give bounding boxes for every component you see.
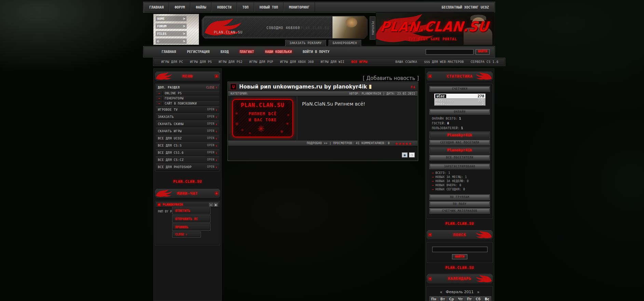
banner-pic-label: PLAN.CLAN.SU [301, 26, 329, 30]
nav2-plagiat[interactable]: ПЛАГИАТ [234, 50, 259, 54]
top-tab-monitoring[interactable]: МОНИТОРИНГ [284, 2, 315, 12]
nav2-login[interactable]: ВХОД [215, 50, 234, 54]
sidebar-search-button[interactable]: НАЙТИ [452, 254, 467, 259]
menu-item-download-games[interactable]: СКАЧАТЬ ИГРЫ OPEN ↓ [156, 127, 219, 135]
photo-menu-home[interactable]: HOME > [155, 16, 187, 22]
advert-vertical-label: РЕКЛАМА [371, 21, 374, 35]
calendar-widget-header: КАЛЕНДАРЬ [426, 274, 493, 284]
menu-item-css[interactable]: ВСЕ ДЛЯ CS:S OPEN ↓ [156, 142, 219, 149]
by-gender-button[interactable]: ПО ПОЛУ [430, 202, 490, 206]
photo-menu-copyright[interactable]: © > [155, 38, 187, 44]
chat-menu-profile[interactable]: ПРОФИЛЬ [173, 224, 210, 230]
leaf-icon: ✳ [235, 110, 238, 116]
chat-menu-reply[interactable]: ОТВЕТИТЬ [173, 207, 210, 214]
chevron-right-icon: > [183, 16, 185, 21]
post-text: PlaN.ClaN.Su Рипнем всё! [297, 96, 417, 140]
cat-games-psp[interactable]: ИГРЫ ДЛЯ PSP [246, 60, 277, 64]
top-tab-files[interactable]: ФАЙЛЫ [190, 2, 211, 12]
post-image[interactable]: PLAN.CLAN.SU РИПНЕМ ВСЁ И ВАС ТОЖЕ ✳ ✳ ✳… [232, 99, 293, 137]
pages-icon[interactable]: ❐ [409, 152, 415, 158]
nav2-register[interactable]: РЕГИСТРАЦИЯ [181, 50, 215, 54]
menu-item-cscz[interactable]: ВСЕ ДЛЯ CS:CZ OPEN ↓ [156, 156, 219, 163]
cat-your-link[interactable]: ВАША ССЫЛКА [392, 60, 421, 64]
ucoz-hosting-link[interactable]: БЕСПЛАТНЫЙ ХОСТИНГ UCOZ [442, 2, 494, 12]
top-tab-newtop[interactable]: НОВЫЙ ТОП [254, 2, 284, 12]
menu-item-ucoz[interactable]: ВСЕ ДЛЯ UCOZ OPEN ↓ [156, 135, 219, 142]
photo-menu-files[interactable]: FILES > [155, 31, 187, 37]
calendar-next-button[interactable]: » [477, 290, 479, 295]
sort-arrows-icon[interactable]: ↑↓ [411, 84, 415, 89]
menu-item-game-tv[interactable]: ИГРОВОЕ TV OPEN ↓ [156, 106, 219, 113]
top-tab-news[interactable]: НОВОСТИ [211, 2, 237, 12]
calendar-day-header-sunday: Вс [483, 296, 491, 301]
chat-username-link[interactable]: PLANOKYR4IK [163, 203, 183, 206]
post-category-label[interactable]: КАТЕГОРИЯ: [231, 92, 248, 95]
menu-item-cs16[interactable]: ВСЕ ДЛЯ CS1.6 OPEN ↓ [156, 149, 219, 156]
sidebar-search-input[interactable] [432, 247, 488, 252]
cat-games-ps2[interactable]: ИГРЫ ДЛЯ PS2 [215, 60, 246, 64]
today-visitor-link[interactable]: Planokyr4ik [430, 147, 490, 153]
post-footer-bar: ПОДРОБНО >> | ПРОСМОТРОВ: 41 КОММЕНТАРИЕ… [228, 140, 417, 146]
top-tab-forum[interactable]: ФОРУМ [169, 2, 190, 12]
banner-exchange-button[interactable]: БАННЕРООБМЕН [329, 40, 361, 46]
header-photo: HOME > FORUM > FILES > © > [153, 14, 199, 45]
menu-item-photoshop[interactable]: ВСЕ ДЛЯ PHOTOSHOP OPEN ↓ [156, 163, 219, 170]
right-sidebar: СТАТИСТИКА СЧЕТЧИКИ uCoz 278 Hits...... … [425, 68, 495, 301]
nav2-mail[interactable]: ВОЙТИ В ПОЧТУ [297, 50, 335, 54]
arrow-right-icon: → [432, 188, 434, 191]
online-header: ОНЛАЙН [430, 109, 490, 114]
menu-item-order[interactable]: ЗАКАЗАТЬ OPEN ↓ [156, 113, 219, 120]
add-news-link[interactable]: [ Добавить новость ] [352, 75, 419, 81]
calendar-prev-button[interactable]: « [440, 290, 442, 295]
chat-mail-icon[interactable]: ✉ [209, 203, 213, 206]
photo-menu-forum[interactable]: FORUM > [155, 23, 187, 29]
nav2-main[interactable]: ГЛАВНАЯ [156, 50, 181, 54]
leaf-icon: ✳ [286, 120, 289, 126]
sidebar-site-link[interactable]: PLAN.CLAN.SU [425, 266, 494, 270]
post-image-line2: РИПНЕМ ВСЁ [233, 111, 292, 116]
statistics-box: СЧЕТЧИКИ uCoz 278 Hits...... 221 Hosts..… [427, 84, 492, 218]
nav2-wallets[interactable]: НАШИ КОШЕЛЬКИ [260, 50, 297, 54]
menu-item-site-to-search[interactable]: → САЙТ В ПОИСКОВИКИ [156, 101, 219, 106]
calendar-grid: Пн Вт Ср Чт Пт Сб Вс 1 2 3 4 5 6 7 8 9 1… [429, 296, 490, 301]
cat-games-wii[interactable]: ИГРЫ ДЛЯ WII [317, 60, 348, 64]
cat-cs-servers[interactable]: СЕРВЕРА CS 1.6 [467, 60, 502, 64]
post-title-link[interactable]: Новый рип unkowngames.ru by planokyr4ik [239, 84, 367, 90]
registered-yesterday-row: → НОВЫХ ВЧЕРА: 0 [429, 183, 490, 187]
top-tab-top[interactable]: ТОП [237, 2, 254, 12]
widget-corner-icon [428, 233, 432, 236]
menu-item-online-ps[interactable]: → ONLINE PS [156, 91, 219, 96]
post-bottom-strip: ◉ ❐ [228, 146, 417, 160]
top-tab-home[interactable]: ГЛАВНАЯ [144, 2, 169, 12]
header-search-input[interactable] [426, 49, 474, 55]
cat-all-games[interactable]: ВСЕ ИГРЫ [348, 60, 371, 64]
cs-soldier-banner-image [332, 16, 367, 38]
post-rating-stars[interactable]: ★★★★★ [395, 141, 412, 146]
chat-profile-icon[interactable]: ▣ [214, 203, 218, 206]
sidebar-site-link[interactable]: PLAN.CLAN.SU [425, 222, 494, 225]
online-user-link[interactable]: Planokyr4ik [430, 132, 490, 138]
chat-menu-send-pm[interactable]: ОТПРАВИТЬ ЛС [173, 216, 210, 222]
sidebar-site-link[interactable]: PLAN.CLAN.SU [153, 180, 222, 183]
leaf-icon: ✳ [235, 120, 239, 127]
arrow-down-icon: ↓ [216, 115, 217, 119]
order-ads-button[interactable]: ЗАКАЗАТЬ РЕКЛАМУ [286, 40, 326, 46]
chat-menu-close[interactable]: CLOSE ↑ [173, 232, 201, 237]
cat-webmasters[interactable]: $$$ ДЛЯ WEB-МАСТЕРОВ [421, 60, 467, 64]
materials-counter-button[interactable]: СЧЕТЧИК МАТЕРИАЛОВ [430, 208, 490, 213]
ad-banner-slot[interactable]: PLAN.CLAN.SU СОБОДНО 468X60 PLAN.CLAN.SU [201, 15, 368, 40]
eye-icon[interactable]: ◉ [402, 152, 408, 158]
header-search-button[interactable]: НАЙТИ [476, 49, 490, 55]
post-details-link[interactable]: ПОДРОБНО >> | ПРОСМОТРОВ: 41 КОММЕНТАРИЕ… [307, 141, 390, 145]
arrow-down-icon: ↓ [216, 165, 217, 169]
ucoz-counter-widget[interactable]: uCoz 278 Hits...... 221 Hosts... 2 [434, 93, 486, 106]
all-visitors-button[interactable]: ВСЕ ПОСЕТИТЕЛИ [430, 155, 490, 160]
cat-games-ps[interactable]: ИГРЫ ДЛЯ PS [187, 60, 215, 64]
cat-games-xbox360[interactable]: ИГРЫ ДЛЯ XBOX 360 [277, 60, 317, 64]
menu-section-extra[interactable]: ДОП. РАЗДЕЛ CLOSE ↑ [156, 84, 219, 91]
menu-item-skins[interactable]: СКАЧАТЬ СКИНЫ OPEN ↓ [156, 120, 219, 127]
cat-games-pc[interactable]: ИГРЫ ДЛЯ PC [158, 60, 187, 64]
by-groups-button[interactable]: ПО ГРУППАМ [430, 195, 490, 200]
menu-item-generators[interactable]: → ГЕНЕРАТОРЫ [156, 96, 219, 101]
menu-section-close[interactable]: CLOSE [206, 86, 214, 89]
